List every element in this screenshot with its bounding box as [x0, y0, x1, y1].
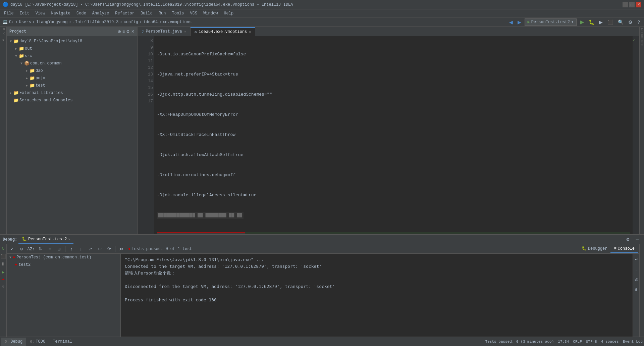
line-num-12: 12	[140, 64, 153, 71]
tree-arrow-com.cn.common[interactable]: ▼	[19, 62, 24, 65]
favorites-icon[interactable]: ★	[2, 37, 4, 42]
tree-icon-pojo: 📁	[30, 76, 35, 81]
help-button[interactable]: ?	[636, 19, 641, 26]
stop-button[interactable]: ⬛	[606, 19, 614, 26]
rerun-icon[interactable]: ↻	[2, 246, 5, 251]
minimize-button[interactable]: ─	[623, 2, 628, 7]
debug-session-close[interactable]: ✕	[68, 237, 70, 241]
debug-settings-button[interactable]: ⚙	[624, 236, 632, 244]
forward-navigation-button[interactable]: ▶	[516, 19, 523, 26]
menu-item-analyze[interactable]: Analyze	[90, 10, 112, 16]
expand-test-button[interactable]: ⊞	[55, 245, 63, 253]
event-log-link[interactable]: Event Log	[623, 340, 643, 344]
code-content[interactable]: -Dsun.io.useCanonPrefixCache=false -Djav…	[154, 36, 633, 234]
tree-arrow-day18[interactable]: ▼	[8, 40, 13, 43]
filter-button[interactable]: ⊘	[17, 245, 25, 253]
stop-debug-icon[interactable]: ⬛	[1, 254, 6, 259]
settings-gear-button[interactable]: ⚙	[126, 29, 130, 34]
debug-button[interactable]: 🐛	[587, 19, 596, 26]
tab-vmoptions[interactable]: ⚙ idea64.exe.vmoptions ✕	[191, 27, 256, 36]
debug-right-panel	[639, 244, 644, 337]
resume-icon[interactable]: ▶	[2, 269, 5, 275]
menu-item-navigate[interactable]: Navigate	[48, 10, 73, 16]
menu-item-code[interactable]: Code	[74, 10, 89, 16]
collapse-all-button[interactable]: ≡	[122, 29, 125, 34]
menu-item-view[interactable]: View	[33, 10, 48, 16]
menu-item-run[interactable]: Run	[156, 10, 169, 16]
dump-threads-button[interactable]: ✓	[8, 245, 16, 253]
tab-console[interactable]: ≡ Console	[610, 245, 638, 253]
test-item-test2[interactable]: ● test2	[7, 261, 120, 268]
toggle-autotest-button[interactable]: ⟳	[105, 245, 113, 253]
settings-button[interactable]: ⚙	[627, 19, 634, 26]
bottom-tab-terminal[interactable]: Terminal	[49, 338, 75, 346]
menu-item-window[interactable]: Window	[201, 10, 220, 16]
print-button[interactable]: 🖨	[632, 275, 640, 283]
tree-arrow-test[interactable]: ▶	[24, 84, 30, 88]
hide-button[interactable]: ✕	[131, 29, 135, 34]
todo-tab-num: 6:	[30, 340, 34, 344]
tab-PersonTest[interactable]: J PersonTest.java ✕	[138, 27, 191, 36]
expand-arrow-persontest[interactable]: ▼	[9, 256, 11, 259]
vcs-icon[interactable]: V	[2, 33, 5, 34]
tab-debugger[interactable]: 🐛 Debugger	[578, 245, 611, 253]
debug-minimize-button[interactable]: ─	[633, 236, 641, 244]
mute-breakpoints-icon[interactable]: ⊘	[2, 284, 4, 289]
tab-close-vmoptions[interactable]: ✕	[249, 30, 251, 34]
tab-close-persontest[interactable]: ✕	[184, 30, 186, 34]
tree-arrow-dao[interactable]: ▶	[24, 69, 30, 73]
tree-item-dao[interactable]: ▶📁dao	[7, 67, 137, 75]
tree-item-day18[interactable]: ▼📁day18 E:\JavaProject\day18	[7, 38, 137, 45]
tree-item-test[interactable]: ▶📁test	[7, 82, 137, 89]
debug-bottom-split: ↻ ⬛ ⏸ ▶ ● ⊘ ✓ ⊘ AZ↑ ⇅ ≡ ⊞ ↑ ↓ ↗	[0, 244, 644, 337]
collapse-test-button[interactable]: ≡	[46, 245, 54, 253]
view-breakpoints-icon[interactable]: ●	[2, 278, 4, 282]
menu-item-tools[interactable]: Tools	[169, 10, 187, 16]
scroll-end-button[interactable]: ↓	[632, 265, 640, 273]
menu-item-refactor[interactable]: Refactor	[112, 10, 137, 16]
tree-arrow-out[interactable]: ▶	[13, 47, 19, 51]
menu-item-help[interactable]: Help	[221, 10, 236, 16]
tree-arrow-ext-libs[interactable]: ▶	[8, 91, 13, 95]
tree-arrow-src[interactable]: ▼	[13, 54, 19, 58]
bottom-tab-debug[interactable]: 5: Debug	[1, 338, 26, 346]
code-editor[interactable]: 8 9 10 11 12 13 14 15 16 17 -Dsun.io.use…	[138, 36, 639, 234]
tree-item-src[interactable]: ▼📁src	[7, 52, 137, 60]
back-navigation-button[interactable]: ◀	[508, 19, 514, 26]
more-button[interactable]: ≫	[117, 245, 125, 253]
structure-label[interactable]: Structure	[640, 28, 644, 46]
search-everywhere-button[interactable]: 🔍	[616, 19, 625, 26]
code-line-16: ██████████████ ██ ████████ ██ ██	[157, 212, 630, 219]
run-button[interactable]: ▶	[579, 18, 585, 26]
run-config-selector[interactable]: ▶ PersonTest.test2 ▾	[525, 18, 577, 26]
close-button[interactable]: ✕	[636, 2, 641, 7]
bottom-tab-todo[interactable]: 6: TODO	[26, 338, 49, 346]
menu-item-edit[interactable]: Edit	[17, 10, 32, 16]
sort-dur-button[interactable]: ⇅	[36, 245, 44, 253]
menu-item-file[interactable]: File	[1, 10, 16, 16]
jump-to-source-button[interactable]: ↗	[86, 245, 94, 253]
tree-item-scratches[interactable]: 📁Scratches and Consoles	[7, 97, 137, 104]
menu-item-build[interactable]: Build	[138, 10, 155, 16]
test-item-PersonTest[interactable]: ▼ ● PersonTest (com.cn.common.test)	[7, 254, 120, 261]
sidebar-toolbar: ⊕ ≡ ⚙ ✕	[118, 29, 135, 34]
pause-icon[interactable]: ⏸	[1, 262, 5, 267]
tree-item-com.cn.common[interactable]: ▼📦com.cn.common	[7, 60, 137, 67]
clear-console-button[interactable]: 🗑	[632, 285, 640, 293]
debug-session-tab-persontest[interactable]: 🐛 PersonTest.test2 ✕	[18, 236, 73, 244]
debugger-tab-icon: 🐛	[582, 246, 587, 251]
tree-item-ext-libs[interactable]: ▶📁External Libraries	[7, 89, 137, 97]
rerun-failed-button[interactable]: ↩	[96, 245, 104, 253]
project-icon[interactable]: P	[2, 28, 5, 30]
next-fail-button[interactable]: ↓	[77, 245, 85, 253]
prev-fail-button[interactable]: ↑	[67, 245, 75, 253]
menu-item-vcs[interactable]: VCS	[187, 10, 200, 16]
sort-alpha-button[interactable]: AZ↑	[27, 245, 35, 253]
soft-wrap-button[interactable]: ↩	[632, 255, 640, 263]
tree-item-pojo[interactable]: ▶📁pojo	[7, 75, 137, 82]
maximize-button[interactable]: □	[629, 2, 635, 7]
coverage-button[interactable]: ▶	[598, 19, 604, 26]
sync-button[interactable]: ⊕	[118, 29, 121, 34]
tree-item-out[interactable]: ▶📁out	[7, 45, 137, 52]
tree-arrow-pojo[interactable]: ▶	[24, 76, 30, 80]
